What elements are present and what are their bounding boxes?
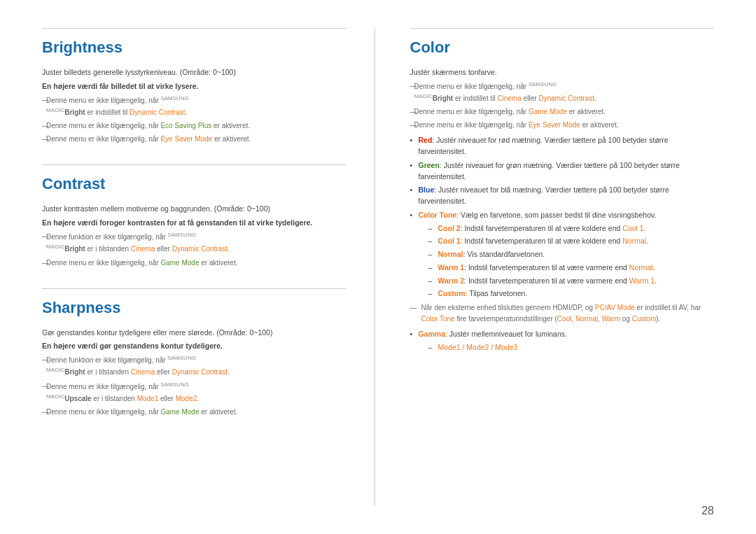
color-body: Justér skærmens tonfarve. Denne menu er … xyxy=(410,66,715,353)
sharpness-body: Gør genstandes kontur tydeligere eller m… xyxy=(42,327,346,419)
color-bullet-red: Red: Justér niveauet for rød mætning. Væ… xyxy=(410,135,715,157)
color-section: Color Justér skærmens tonfarve. Denne me… xyxy=(410,28,715,353)
brightness-note3: Denne menu er ikke tilgængelig, når Eye … xyxy=(42,134,346,145)
brightness-section: Brightness Juster billedets generelle ly… xyxy=(42,28,346,145)
contrast-desc1: Juster kontrasten mellem motiverne og ba… xyxy=(42,203,346,215)
colortone-sub-list: Cool 2: Indstil farvetemperaturen til at… xyxy=(419,223,715,300)
brightness-desc2: En højere værdi får billedet til at virk… xyxy=(42,80,346,92)
colortone-normal: Normal: Vis standardfarvetonen. xyxy=(428,249,715,260)
colortone-hdmi-note: Når den eksterne enhed tilsluttes gennem… xyxy=(410,302,715,325)
sharpness-note2: Denne menu er ikke tilgængelig, når SAMS… xyxy=(42,381,346,405)
gamma-sub-list: Mode1 / Mode2 / Mode3 xyxy=(419,342,715,353)
color-bullet-colortone: Color Tone: Vælg en farvetone, som passe… xyxy=(410,210,715,300)
color-bullet-green: Green: Justér niveauet for grøn mætning.… xyxy=(410,160,715,183)
contrast-title: Contrast xyxy=(42,164,346,193)
page-number: 28 xyxy=(701,505,714,517)
colortone-cool2: Cool 2: Indstil farvetemperaturen til at… xyxy=(428,223,715,234)
colortone-warm1: Warm 1: Indstil farvetemperaturen til at… xyxy=(428,262,715,274)
color-desc1: Justér skærmens tonfarve. xyxy=(410,66,715,78)
color-bullet-list: Red: Justér niveauet for rød mætning. Væ… xyxy=(410,135,715,300)
sharpness-section: Sharpness Gør genstandes kontur tydelige… xyxy=(42,288,346,419)
color-title: Color xyxy=(410,28,715,57)
brightness-desc1: Juster billedets generelle lysstyrkenive… xyxy=(42,66,346,78)
brightness-note2: Denne menu er ikke tilgængelig, når Eco … xyxy=(42,120,346,132)
color-bullet-blue: Blue: Justér niveauet for blå mætning. V… xyxy=(410,185,715,207)
page: Brightness Juster billedets generelle ly… xyxy=(0,0,756,534)
right-column: Color Justér skærmens tonfarve. Denne me… xyxy=(375,28,715,506)
sharpness-desc2: En højere værdi gør genstandens kontur t… xyxy=(42,340,346,352)
brightness-body: Juster billedets generelle lysstyrkenive… xyxy=(42,66,346,145)
left-column: Brightness Juster billedets generelle ly… xyxy=(42,28,375,506)
contrast-body: Juster kontrasten mellem motiverne og ba… xyxy=(42,203,346,268)
colortone-custom: Custom: Tilpas farvetonen. xyxy=(428,288,715,300)
color-note1: Denne menu er ikke tilgængelig, når SAMS… xyxy=(410,80,715,105)
contrast-section: Contrast Juster kontrasten mellem motive… xyxy=(42,164,346,268)
contrast-note2: Denne menu er ikke tilgængelig, når Game… xyxy=(42,258,346,269)
sharpness-desc1: Gør genstandes kontur tydeligere eller m… xyxy=(42,327,346,339)
gamma-bullet-list: Gamma: Justér mellemniveauet for luminan… xyxy=(410,329,715,353)
gamma-modes: Mode1 / Mode2 / Mode3 xyxy=(428,342,715,353)
contrast-desc2: En højere værdi foroger kontrasten for a… xyxy=(42,217,346,229)
color-note2: Denne menu er ikke tilgængelig, når Game… xyxy=(410,106,715,118)
color-bullet-gamma: Gamma: Justér mellemniveauet for luminan… xyxy=(410,329,715,353)
color-note3: Denne menu er ikke tilgængelig, når Eye … xyxy=(410,120,715,131)
colortone-warm2: Warm 2: Indstil farvetemperaturen til at… xyxy=(428,276,715,287)
sharpness-note3: Denne menu er ikke tilgængelig, når Game… xyxy=(42,407,346,418)
brightness-note1: Denne menu er ikke tilgængelig, når SAMS… xyxy=(42,94,346,119)
contrast-note1: Denne funktion er ikke tilgængelig, når … xyxy=(42,231,346,255)
colortone-cool1: Cool 1: Indstil farvetemperaturen til at… xyxy=(428,236,715,247)
sharpness-note1: Denne funktion er ikke tilgængelig, når … xyxy=(42,354,346,379)
sharpness-title: Sharpness xyxy=(42,288,346,317)
brightness-title: Brightness xyxy=(42,28,346,57)
